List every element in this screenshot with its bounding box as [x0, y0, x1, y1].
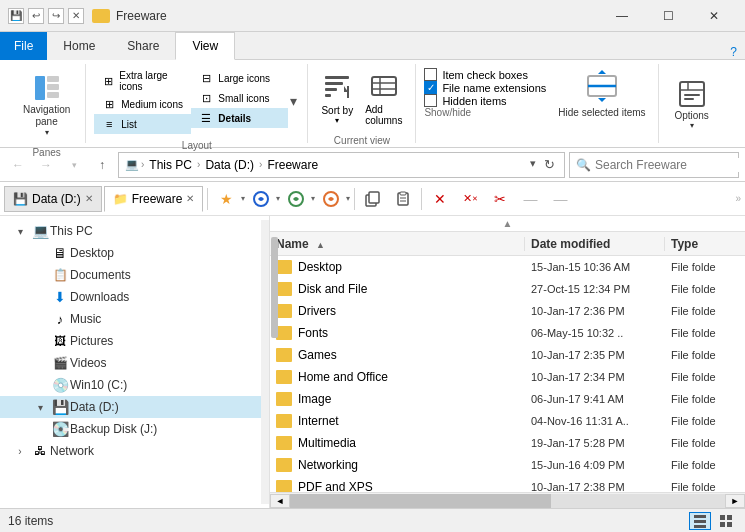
- hidden-items-row[interactable]: Hidden items: [424, 94, 546, 107]
- music-expander[interactable]: [30, 309, 50, 329]
- hscroll-right[interactable]: ►: [725, 494, 745, 508]
- minimize-btn[interactable]: —: [599, 0, 645, 32]
- details-view-btn[interactable]: [689, 512, 711, 530]
- file-list-hscroll[interactable]: ◄ ►: [270, 492, 745, 508]
- file-name-extensions-row[interactable]: ✓ File name extensions: [424, 81, 546, 94]
- sidebar-scrollbar-v[interactable]: ▲ ▼: [270, 216, 278, 508]
- file-row-home-office[interactable]: Home and Office 10-Jan-17 2:34 PM File f…: [270, 366, 745, 388]
- search-input[interactable]: [595, 158, 745, 172]
- address-path[interactable]: 💻 › This PC › Data (D:) › Freeware ▾ ↻: [118, 152, 565, 178]
- file-row-disk-and-file[interactable]: Disk and File 27-Oct-15 12:34 PM File fo…: [270, 278, 745, 300]
- item-check-boxes-checkbox[interactable]: [424, 68, 437, 81]
- tab-home[interactable]: Home: [47, 32, 111, 60]
- navigation-pane-btn[interactable]: Navigationpane ▾: [16, 68, 77, 141]
- address-dropdown-btn[interactable]: ▾: [527, 157, 539, 172]
- blue3-arrow[interactable]: ▾: [345, 194, 350, 203]
- quick-access-1[interactable]: 💾: [8, 8, 24, 24]
- item-check-boxes-row[interactable]: Item check boxes: [424, 68, 546, 81]
- this-pc-expander[interactable]: ▾: [10, 221, 30, 241]
- sidebar-item-documents[interactable]: 📋 Documents: [0, 264, 261, 286]
- list-btn[interactable]: ≡ List: [94, 114, 191, 134]
- paste-btn[interactable]: [389, 185, 417, 213]
- file-row-drivers[interactable]: Drivers 10-Jan-17 2:36 PM File folde: [270, 300, 745, 322]
- hidden-items-checkbox[interactable]: [424, 94, 437, 107]
- sidebar-item-desktop[interactable]: 🖥 Desktop: [0, 242, 261, 264]
- quick-access-3[interactable]: ↪: [48, 8, 64, 24]
- tab-freeware[interactable]: 📁 Freeware ✕: [104, 186, 204, 212]
- pictures-expander[interactable]: [30, 331, 50, 351]
- small-icons-btn[interactable]: ⊡ Small icons: [191, 88, 288, 108]
- ribbon-help[interactable]: ?: [722, 45, 745, 60]
- sidebar-item-this-pc[interactable]: ▾ 💻 This PC: [0, 220, 261, 242]
- address-refresh-btn[interactable]: ↻: [541, 157, 558, 172]
- path-freeware[interactable]: Freeware: [264, 157, 321, 173]
- col-header-type[interactable]: Type: [665, 237, 745, 251]
- blue2-arrow[interactable]: ▾: [310, 194, 315, 203]
- downloads-expander[interactable]: [30, 287, 50, 307]
- sidebar-scrollbar[interactable]: [261, 220, 269, 504]
- file-row-desktop[interactable]: Desktop 15-Jan-15 10:36 AM File folde: [270, 256, 745, 278]
- quick-access-2[interactable]: ↩: [28, 8, 44, 24]
- sidebar-item-music[interactable]: ♪ Music: [0, 308, 261, 330]
- sidebar-item-downloads[interactable]: ⬇ Downloads: [0, 286, 261, 308]
- network-expander[interactable]: ›: [10, 441, 30, 461]
- cut-red-btn[interactable]: ✂: [486, 185, 514, 213]
- hscroll-track[interactable]: [290, 494, 725, 508]
- view-options-btn[interactable]: Addcolumns: [360, 68, 407, 129]
- details-btn[interactable]: ☰ Details: [191, 108, 288, 128]
- col-sort-arrow[interactable]: ▲: [503, 218, 513, 229]
- tab-view[interactable]: View: [175, 32, 235, 60]
- up-btn[interactable]: ↑: [90, 153, 114, 177]
- videos-expander[interactable]: [30, 353, 50, 373]
- blue-btn-2[interactable]: [282, 185, 310, 213]
- file-row-internet[interactable]: Internet 04-Nov-16 11:31 A.. File folde: [270, 410, 745, 432]
- sidebar-item-pictures[interactable]: 🖼 Pictures: [0, 330, 261, 352]
- path-data-d[interactable]: Data (D:): [202, 157, 257, 173]
- extra-large-icons-btn[interactable]: ⊞ Extra large icons: [94, 68, 191, 94]
- maximize-btn[interactable]: ☐: [645, 0, 691, 32]
- recent-btn[interactable]: ▾: [62, 153, 86, 177]
- delete-red2-btn[interactable]: ✕✕: [456, 185, 484, 213]
- tab-data-d[interactable]: 💾 Data (D:) ✕: [4, 186, 102, 212]
- hide-selected-items-btn[interactable]: Hide selected items: [554, 64, 649, 123]
- medium-icons-btn[interactable]: ⊞ Medium icons: [94, 94, 191, 114]
- data-d-expander[interactable]: ▾: [30, 397, 50, 417]
- toolbar-btn-blue1[interactable]: ▾: [247, 185, 280, 213]
- sidebar-item-videos[interactable]: 🎬 Videos: [0, 352, 261, 374]
- sidebar-item-backup[interactable]: 💽 Backup Disk (J:): [0, 418, 261, 440]
- search-box[interactable]: 🔍: [569, 152, 739, 178]
- desktop-expander[interactable]: [30, 243, 50, 263]
- toolbar-btn-blue2[interactable]: ▾: [282, 185, 315, 213]
- copy-shortcut-btn[interactable]: [359, 185, 387, 213]
- col-header-name[interactable]: Name ▲: [270, 237, 525, 251]
- sidebar-item-data-d[interactable]: ▾ 💾 Data (D:): [0, 396, 261, 418]
- tab-data-d-close[interactable]: ✕: [85, 193, 93, 204]
- blue1-arrow[interactable]: ▾: [275, 194, 280, 203]
- toolbar-btn-star[interactable]: ★ ▾: [212, 185, 245, 213]
- file-row-games[interactable]: Games 10-Jan-17 2:35 PM File folde: [270, 344, 745, 366]
- back-btn[interactable]: ←: [6, 153, 30, 177]
- tiles-view-btn[interactable]: [715, 512, 737, 530]
- star-btn[interactable]: ★: [212, 185, 240, 213]
- file-row-multimedia[interactable]: Multimedia 19-Jan-17 5:28 PM File folde: [270, 432, 745, 454]
- blue-btn-3[interactable]: [317, 185, 345, 213]
- tab-freeware-close[interactable]: ✕: [186, 193, 194, 204]
- layout-expand-arrow[interactable]: ▾: [290, 93, 297, 109]
- large-icons-btn[interactable]: ⊟ Large icons: [191, 68, 288, 88]
- file-row-pdf-xps[interactable]: PDF and XPS 10-Jan-17 2:38 PM File folde: [270, 476, 745, 492]
- hscroll-left[interactable]: ◄: [270, 494, 290, 508]
- forward-btn[interactable]: →: [34, 153, 58, 177]
- close-btn[interactable]: ✕: [691, 0, 737, 32]
- path-this-pc[interactable]: This PC: [146, 157, 195, 173]
- backup-expander[interactable]: [30, 419, 50, 439]
- star-arrow[interactable]: ▾: [240, 194, 245, 203]
- sidebar-item-win10[interactable]: 💿 Win10 (C:): [0, 374, 261, 396]
- sort-by-btn[interactable]: Sort by ▾: [316, 69, 358, 128]
- col-header-date[interactable]: Date modified: [525, 237, 665, 251]
- file-row-fonts[interactable]: Fonts 06-May-15 10:32 .. File folde: [270, 322, 745, 344]
- tab-share[interactable]: Share: [111, 32, 175, 60]
- delete-red-btn[interactable]: ✕: [426, 185, 454, 213]
- quick-access-4[interactable]: ✕: [68, 8, 84, 24]
- documents-expander[interactable]: [30, 265, 50, 285]
- file-row-image[interactable]: Image 06-Jun-17 9:41 AM File folde: [270, 388, 745, 410]
